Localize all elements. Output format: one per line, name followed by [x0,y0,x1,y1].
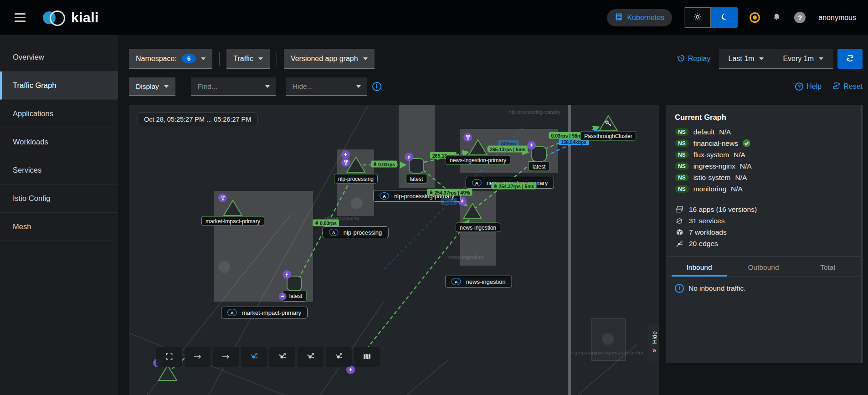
username[interactable]: anonymous [818,14,856,22]
sidebar-item-overview[interactable]: Overview [0,43,118,72]
sidebar-item-traffic-graph[interactable]: Traffic Graph [0,72,118,100]
help-menu-button[interactable]: ? [793,11,806,24]
kiali-logo[interactable]: kiali [43,10,99,26]
version-label-latest[interactable]: latest [282,291,307,302]
sidebar-item-label: Mesh [13,222,31,231]
app-label-market-impact-primary[interactable]: Amarket-impact-primary [221,307,308,318]
display-label: Display [136,82,159,91]
expand-button[interactable] [156,347,182,367]
refresh-interval-dropdown[interactable]: Every 1m [773,55,833,63]
stat-text: 31 services [689,217,724,225]
display-dropdown[interactable]: Display [129,77,175,96]
sidebar-item-istio-config[interactable]: Istio Config [0,185,118,213]
graph-layout-4-button[interactable] [326,347,352,367]
graph-type-label: Versioned app graph [291,55,358,63]
duration-dropdown[interactable]: Last 1m [719,55,774,63]
node-news-ingestion[interactable] [462,202,483,222]
node-nlp-processing[interactable] [345,156,366,176]
version-label-news-ingestion[interactable]: news-ingestion [456,223,500,232]
sidebar-item-label: Istio Config [13,194,51,203]
hide-panel-button[interactable]: Hide » [647,324,659,361]
graph-type-dropdown[interactable]: Versioned app graph [284,49,375,69]
mtls-lock-icon [429,190,433,195]
namespace-label: Namespace: [136,55,177,63]
namespace-dropdown[interactable]: Namespace: 6 [129,49,212,69]
chevron-down-icon[interactable] [356,85,361,88]
notifications-button[interactable] [772,12,781,23]
sidebar-item-services[interactable]: Services [0,156,118,185]
arrow-right-button[interactable] [185,347,211,367]
edge-traffic-label: 265.13rps | 5ms [488,146,528,153]
sidebar-item-workloads[interactable]: Workloads [0,128,118,156]
namespace-name: monitoring [693,185,726,193]
ns-badge: NS [675,185,689,193]
minimap-button[interactable] [354,347,380,367]
graph-help-button[interactable]: ? Help [795,82,822,91]
double-chevron-right-icon: » [652,347,657,354]
traffic-label: Traffic [233,55,253,63]
traffic-dropdown[interactable]: Traffic [226,49,270,69]
bolt-badge-icon [282,270,291,279]
menu-toggle-button[interactable] [12,10,28,25]
version-label-passthroughcluster[interactable]: PassthroughCluster [580,131,636,141]
time-range-group: Last 1m Every 1m [719,49,833,69]
workloads-icon [675,229,684,236]
node-latest[interactable] [531,146,547,162]
cluster-badge[interactable]: Kubernetes [607,9,672,26]
kubernetes-icon [615,13,623,23]
namespace-row[interactable]: NS default N/A [666,126,861,138]
graph-layout-2-button[interactable] [269,347,295,367]
stat-edges: 20 edges [666,238,861,249]
version-label-market-impact-primary[interactable]: market-impact-primary [201,216,264,226]
replay-button[interactable]: Replay [677,54,711,64]
sidebar-item-applications[interactable]: Applications [0,100,118,128]
sidebar-item-label: Applications [13,109,53,118]
app-icon: A [380,192,389,200]
namespace-row[interactable]: NS financial-news [666,138,861,149]
namespace-row[interactable]: NS ingress-nginx N/A [666,160,861,172]
light-theme-button[interactable] [684,7,711,28]
node-latest[interactable] [409,158,424,174]
tab-inbound[interactable]: Inbound [667,257,731,277]
chevron-down-icon [363,57,368,60]
hide-input[interactable] [292,82,353,91]
bolt-badge-icon [405,153,413,161]
find-hide-info-icon[interactable]: i [372,82,381,91]
tab-outbound[interactable]: Outbound [731,257,796,277]
node-latest[interactable] [287,276,302,291]
namespace-name: financial-news [693,139,738,148]
refresh-button[interactable] [837,49,863,69]
tab-label: Inbound [686,263,712,271]
reset-button[interactable]: Reset [832,82,863,92]
app-node-shape [462,202,483,221]
version-label-news-ingestion-primary[interactable]: news-ingestion-primary [446,155,510,165]
traffic-graph[interactable]: Oct 28, 05:25:27 PM ... 05:26:27 PM Hide… [129,105,659,395]
app-label-news-ingestion[interactable]: Anews-ingestion [445,276,512,287]
namespace-row[interactable]: NS flux-system N/A [666,149,861,160]
version-label-nlp-processing[interactable]: nlp-processing [334,174,378,184]
node-partial[interactable] [157,364,178,384]
ns-badge: NS [675,174,689,181]
stat-text: 7 workloads [689,228,727,236]
sidebar-item-mesh[interactable]: Mesh [0,213,118,241]
app-label-nlp-processing[interactable]: Anlp-processing [323,226,389,238]
istio-status-icon[interactable] [750,12,760,23]
expand-icon [166,353,173,361]
namespace-row[interactable]: NS istio-system N/A [666,172,861,183]
version-label-latest[interactable]: latest [529,162,550,171]
find-input[interactable] [197,82,262,91]
namespace-row[interactable]: NS monitoring N/A [666,183,861,195]
tab-total[interactable]: Total [796,257,860,277]
graph-layout-3-button[interactable] [298,347,324,367]
theme-toggle [684,7,738,28]
chevron-down-icon[interactable] [265,85,270,88]
ns-badge: NS [675,162,689,170]
healthy-check-icon [743,139,750,147]
dark-theme-button[interactable] [711,7,738,28]
version-label-latest[interactable]: latest [406,174,427,184]
namespace-status: N/A [740,162,752,170]
chevron-down-icon [759,57,764,60]
duration-value: Last 1m [729,55,755,63]
arrow-right-button[interactable] [213,347,239,367]
graph-layout-button[interactable] [241,347,267,367]
